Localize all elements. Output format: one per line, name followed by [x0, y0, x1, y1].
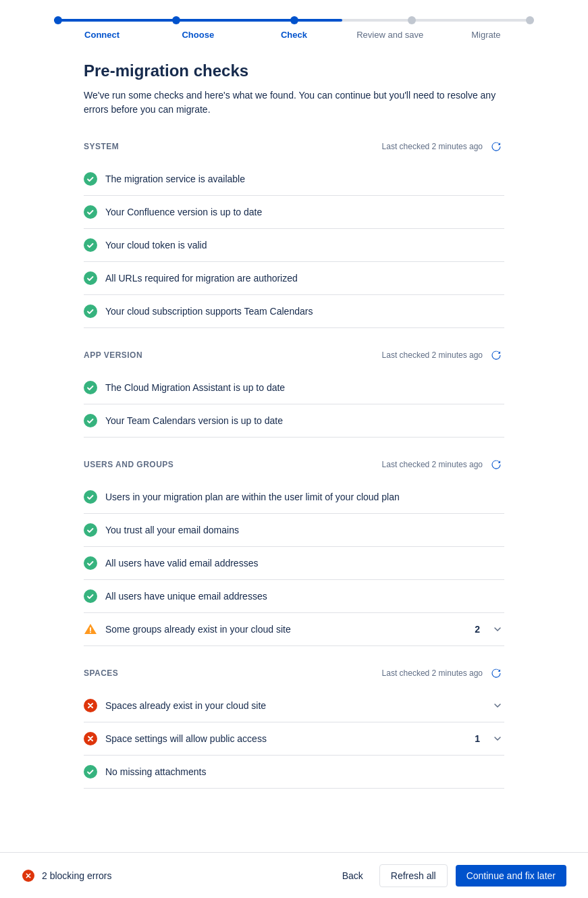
check-item-error[interactable]: Space settings will allow public access … — [84, 722, 504, 756]
check-item: All users have valid email addresses — [84, 547, 504, 580]
section-users-groups-refresh-icon[interactable] — [488, 456, 504, 473]
success-icon — [84, 414, 97, 427]
success-icon — [84, 271, 97, 285]
check-text: All users have valid email addresses — [105, 558, 504, 569]
svg-point-11 — [90, 632, 91, 633]
footer-errors: 2 blocking errors — [22, 869, 112, 882]
check-item: Your cloud subscription supports Team Ca… — [84, 295, 504, 328]
stepper: Connect Choose Check Review and save Mig… — [0, 0, 588, 40]
check-item: Your Team Calendars version is up to dat… — [84, 404, 504, 438]
section-app-version-meta: Last checked 2 minutes ago — [382, 347, 504, 363]
step-label-migrate: Migrate — [438, 30, 534, 40]
check-text: Users in your migration plan are within … — [105, 492, 504, 502]
check-text: Space settings will allow public access — [105, 733, 466, 744]
section-app-version-title: App version — [84, 350, 142, 360]
section-spaces: Spaces Last checked 2 minutes ago Spaces… — [84, 665, 504, 789]
check-text: You trust all your email domains — [105, 525, 504, 535]
section-users-groups-meta: Last checked 2 minutes ago — [382, 456, 504, 473]
svg-point-1 — [84, 205, 97, 219]
section-system: System Last checked 2 minutes ago The mi… — [84, 138, 504, 328]
page-title: Pre-migration checks — [84, 61, 504, 80]
svg-point-4 — [84, 305, 97, 318]
svg-point-14 — [84, 765, 97, 778]
section-users-groups: Users and groups Last checked 2 minutes … — [84, 456, 504, 646]
section-spaces-meta: Last checked 2 minutes ago — [382, 665, 504, 681]
check-item: No missing attachments — [84, 756, 504, 789]
check-text: The Cloud Migration Assistant is up to d… — [105, 382, 504, 393]
section-system-last-checked: Last checked 2 minutes ago — [382, 142, 483, 151]
section-spaces-refresh-icon[interactable] — [488, 665, 504, 681]
stepper-dots — [54, 16, 534, 24]
check-item: You trust all your email domains — [84, 514, 504, 547]
svg-point-3 — [84, 271, 97, 285]
step-dot-5 — [526, 16, 534, 24]
success-icon — [84, 172, 97, 186]
success-icon — [84, 238, 97, 252]
section-system-refresh-icon[interactable] — [488, 138, 504, 155]
success-icon — [84, 305, 97, 318]
svg-point-10 — [84, 589, 97, 603]
step-label-check: Check — [246, 30, 342, 40]
section-spaces-title: Spaces — [84, 668, 118, 678]
section-app-version-last-checked: Last checked 2 minutes ago — [382, 350, 483, 360]
svg-point-9 — [84, 556, 97, 570]
success-icon — [84, 490, 97, 504]
blocking-errors-text: 2 blocking errors — [42, 870, 112, 881]
check-text: Spaces already exist in your cloud site — [105, 700, 483, 711]
step-dot-1 — [54, 16, 62, 24]
check-item-error[interactable]: Spaces already exist in your cloud site — [84, 689, 504, 722]
svg-point-2 — [84, 238, 97, 252]
check-item: Your Confluence version is up to date — [84, 196, 504, 229]
section-system-title: System — [84, 142, 119, 151]
warning-icon — [84, 623, 97, 636]
section-app-version: App version Last checked 2 minutes ago T… — [84, 347, 504, 438]
main-content: Pre-migration checks We've run some chec… — [0, 40, 588, 889]
svg-point-0 — [84, 172, 97, 186]
check-item: Your cloud token is valid — [84, 229, 504, 262]
footer-bar: 2 blocking errors Back Refresh all Conti… — [0, 852, 588, 898]
success-icon — [84, 205, 97, 219]
stepper-labels: Connect Choose Check Review and save Mig… — [54, 30, 534, 40]
section-spaces-header: Spaces Last checked 2 minutes ago — [84, 665, 504, 681]
check-item-warning[interactable]: Some groups already exist in your cloud … — [84, 613, 504, 646]
svg-point-8 — [84, 523, 97, 537]
success-icon — [84, 765, 97, 778]
check-item: The migration service is available — [84, 163, 504, 196]
check-text: Your cloud token is valid — [105, 240, 504, 250]
section-users-groups-title: Users and groups — [84, 460, 173, 469]
step-dot-4 — [408, 16, 416, 24]
check-text: All users have unique email addresses — [105, 591, 504, 602]
chevron-down-icon[interactable] — [491, 623, 504, 636]
section-spaces-last-checked: Last checked 2 minutes ago — [382, 668, 483, 678]
step-label-choose: Choose — [150, 30, 246, 40]
check-text: Your Confluence version is up to date — [105, 207, 504, 217]
footer-actions: Back Refresh all Continue and fix later — [334, 864, 566, 887]
step-dot-2 — [172, 16, 180, 24]
blocking-error-icon — [22, 869, 35, 882]
page-description: We've run some checks and here's what we… — [84, 88, 504, 117]
section-users-groups-last-checked: Last checked 2 minutes ago — [382, 460, 483, 469]
back-button[interactable]: Back — [334, 865, 371, 887]
chevron-down-icon[interactable] — [491, 699, 504, 712]
check-text: Your Team Calendars version is up to dat… — [105, 415, 504, 426]
continue-fix-later-button[interactable]: Continue and fix later — [456, 865, 566, 887]
check-item: The Cloud Migration Assistant is up to d… — [84, 371, 504, 404]
refresh-all-button[interactable]: Refresh all — [379, 864, 448, 887]
check-item: Users in your migration plan are within … — [84, 481, 504, 514]
error-icon — [84, 699, 97, 712]
svg-point-5 — [84, 381, 97, 394]
check-text: The migration service is available — [105, 174, 504, 184]
section-system-meta: Last checked 2 minutes ago — [382, 138, 504, 155]
step-label-connect: Connect — [54, 30, 150, 40]
error-icon — [84, 732, 97, 745]
check-text: No missing attachments — [105, 766, 504, 777]
section-app-version-refresh-icon[interactable] — [488, 347, 504, 363]
check-text: All URLs required for migration are auth… — [105, 273, 504, 284]
step-label-review: Review and save — [342, 30, 438, 40]
success-icon — [84, 556, 97, 570]
success-icon — [84, 523, 97, 537]
check-text: Your cloud subscription supports Team Ca… — [105, 306, 504, 317]
svg-point-6 — [84, 414, 97, 427]
chevron-down-icon[interactable] — [491, 732, 504, 745]
success-icon — [84, 589, 97, 603]
